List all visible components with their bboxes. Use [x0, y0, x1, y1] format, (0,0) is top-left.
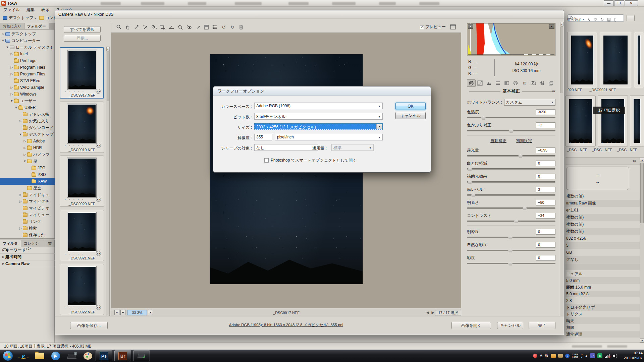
expand-arrow-icon[interactable]: ▷: [18, 193, 22, 196]
expand-arrow-icon[interactable]: ▷: [23, 146, 27, 149]
slider-track[interactable]: [467, 261, 555, 265]
expand-arrow-icon[interactable]: ▶: [1, 249, 5, 252]
select-all-button[interactable]: すべてを選択: [64, 26, 101, 33]
tree-item[interactable]: ▼星: [0, 158, 55, 165]
tree-item[interactable]: ダウンロード: [0, 124, 55, 131]
tree-item[interactable]: ▷検索: [0, 225, 55, 232]
volume-icon[interactable]: [612, 354, 618, 358]
expand-arrow-icon[interactable]: ▶: [1, 262, 5, 265]
smart-object-checkbox-row[interactable]: Photoshop でスマートオブジェクトとして開く: [264, 158, 357, 163]
slider-value-input[interactable]: 0: [536, 161, 555, 166]
ime-mode-kanji[interactable]: 般: [545, 353, 549, 359]
slider-thumb[interactable]: [518, 154, 523, 158]
taskbar-photoshop-button[interactable]: Ps: [96, 350, 112, 361]
slider-thumb[interactable]: [471, 193, 476, 197]
cancel-button[interactable]: キャンセル: [497, 322, 523, 329]
slider-track[interactable]: [467, 167, 555, 171]
filmstrip-thumbnail[interactable]: • • • • •▲▼_DSC9919.NEF: [60, 102, 104, 153]
chevron-down-icon[interactable]: ▼: [376, 124, 382, 129]
tree-item[interactable]: ▼デスクトップ: [0, 131, 55, 138]
collapse-arrow-icon[interactable]: ▼: [5, 46, 9, 49]
ime-dropdown-icon[interactable]: ▼: [581, 356, 583, 358]
done-button[interactable]: 完了: [529, 322, 555, 329]
slider-value-input[interactable]: +34: [536, 213, 555, 219]
menu-view[interactable]: 表示: [41, 7, 49, 13]
explorer-icon[interactable]: [34, 351, 45, 361]
tree-item[interactable]: PerfLogs: [0, 57, 55, 64]
slider-thumb[interactable]: [514, 220, 519, 223]
filmstrip-scrollbar[interactable]: ▲: [106, 47, 110, 316]
slider-thumb[interactable]: [508, 249, 513, 252]
grid-thumbnail[interactable]: [568, 32, 597, 88]
straighten-tool-icon[interactable]: [167, 23, 176, 31]
slider-thumb[interactable]: [481, 116, 486, 120]
dialog-cancel-button[interactable]: キャンセル: [395, 112, 426, 119]
menu-edit[interactable]: 編集: [26, 7, 35, 13]
slider-value-input[interactable]: 0: [536, 229, 555, 235]
delete-icon[interactable]: ▯: [614, 17, 616, 22]
preview-checkbox[interactable]: ✓: [420, 25, 424, 29]
tree-item[interactable]: 保存した: [0, 232, 55, 238]
targeted-adjustment-tool-icon[interactable]: [150, 23, 158, 31]
slider-thumb[interactable]: [523, 206, 527, 210]
sort-label[interactable]: 並べ替え: [567, 17, 582, 22]
tray-app-blue-icon[interactable]: ⇄: [590, 353, 595, 358]
grid-thumbnail[interactable]: [566, 96, 596, 146]
expand-arrow-icon[interactable]: ▷: [10, 66, 14, 69]
tab-tone-curve-icon[interactable]: [476, 79, 485, 87]
rating-dots[interactable]: • • • • •: [602, 141, 622, 144]
open-image-button[interactable]: 画像を開く: [451, 322, 491, 329]
expand-arrow-icon[interactable]: ▶: [1, 255, 5, 258]
collapse-arrow-icon[interactable]: ▼: [1, 39, 5, 42]
spot-removal-tool-icon[interactable]: [176, 23, 184, 31]
expand-arrow-icon[interactable]: ▷: [10, 86, 14, 89]
bit-depth-select[interactable]: 8 bit/チャンネル▼: [254, 113, 383, 120]
restore-button[interactable]: ❐: [614, 0, 624, 6]
taskbar-bridge-button[interactable]: Br: [114, 350, 131, 361]
hand-tool-icon[interactable]: [123, 23, 132, 31]
slider-value-input[interactable]: +50: [536, 200, 555, 205]
zoom-tool-icon[interactable]: [115, 23, 123, 31]
taskbar-sync-tool-button[interactable]: ✔: [133, 350, 150, 361]
tab-favorites[interactable]: お気に入り: [0, 23, 24, 29]
filmstrip-thumbnail[interactable]: • • • • •▲▼_DSC9920.NEF: [60, 156, 104, 207]
slider-track[interactable]: [467, 248, 555, 252]
slider-track[interactable]: [467, 206, 555, 210]
metadata-scrollbar[interactable]: ▲ ▼: [640, 158, 644, 343]
filter-item[interactable]: ▶キーワード: [0, 247, 55, 254]
expand-arrow-icon[interactable]: ▷: [10, 93, 14, 96]
auto-correct-link[interactable]: 自動補正: [490, 138, 506, 144]
slider-track[interactable]: [467, 193, 555, 197]
slider-track[interactable]: [467, 235, 555, 239]
rotate-ccw-icon[interactable]: ↺: [219, 23, 228, 31]
notification-icon[interactable]: [533, 354, 537, 358]
grid-thumbnail[interactable]: [630, 96, 644, 146]
tree-item[interactable]: マイミュー: [0, 212, 55, 218]
tree-item[interactable]: 星空: [0, 185, 55, 191]
tree-item[interactable]: ▷Program Files: [0, 71, 55, 77]
slider-value-input[interactable]: 0: [536, 255, 555, 261]
tree-item[interactable]: PSD: [0, 171, 55, 178]
workflow-options-link[interactable]: Adobe RGB (1998); 8 bit; 1363 x 2048 (2.…: [111, 322, 461, 327]
scroll-up-icon[interactable]: ▲: [640, 158, 644, 162]
fullscreen-toggle-icon[interactable]: [450, 24, 456, 29]
tree-item[interactable]: STVLERec: [0, 77, 55, 84]
rotate-left-icon[interactable]: ↺: [594, 17, 597, 22]
slider-track[interactable]: [467, 219, 555, 223]
slider-track[interactable]: [467, 154, 555, 158]
breadcrumb-desktop[interactable]: デスクトップ: [9, 15, 34, 21]
filmstrip-thumbnail[interactable]: • • • • •▲▼_DSC9922.NEF: [60, 264, 104, 315]
expand-arrow-icon[interactable]: ▷: [10, 52, 14, 56]
filter-item[interactable]: ▶露出時間: [0, 254, 55, 260]
panel-scrollbar[interactable]: ▲: [560, 22, 564, 316]
sync-button[interactable]: 同期...: [64, 35, 101, 42]
tree-item[interactable]: ▷VAIO Sample: [0, 84, 55, 91]
defaults-link[interactable]: 初期設定: [516, 138, 532, 144]
slider-thumb[interactable]: [468, 167, 472, 171]
slider-thumb[interactable]: [509, 129, 514, 133]
collapse-arrow-icon[interactable]: ▼: [10, 99, 14, 103]
filmstrip-thumbnail[interactable]: • • • • •▲▼_DSC9917.NEF: [60, 47, 104, 99]
tree-item[interactable]: ▼コンピューター: [0, 37, 55, 44]
rating-dots[interactable]: • • • • •: [65, 144, 85, 147]
slider-track[interactable]: [467, 116, 555, 120]
